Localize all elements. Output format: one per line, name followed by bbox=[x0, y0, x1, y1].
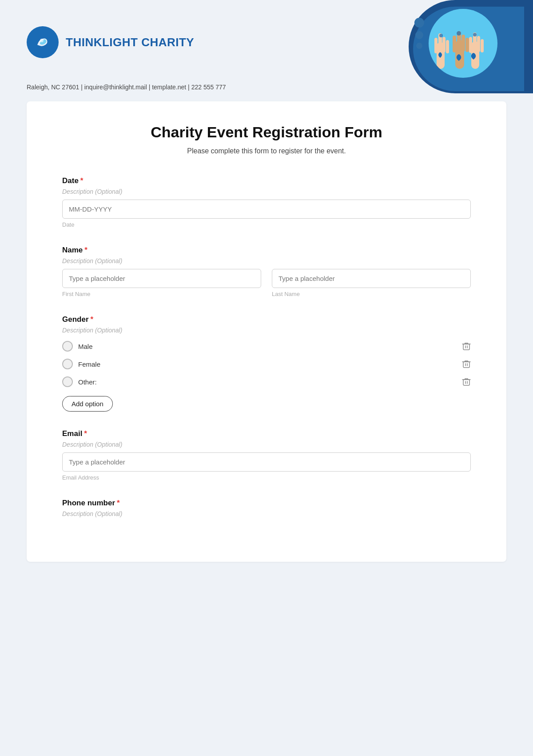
gender-field-section: Gender* Description (Optional) Male bbox=[62, 315, 471, 412]
add-option-button[interactable]: Add option bbox=[62, 396, 113, 412]
first-name-col: First Name bbox=[62, 269, 261, 297]
radio-label-other: Other: bbox=[78, 378, 97, 386]
dots-decoration bbox=[414, 18, 424, 49]
dot-small bbox=[416, 43, 422, 49]
dot-medium bbox=[415, 31, 423, 39]
svg-rect-11 bbox=[465, 38, 469, 52]
date-label: Date* bbox=[62, 176, 471, 185]
svg-point-1 bbox=[40, 39, 44, 42]
radio-circle-female[interactable] bbox=[62, 359, 73, 369]
email-label: Email* bbox=[62, 429, 471, 438]
radio-circle-male[interactable] bbox=[62, 341, 73, 352]
last-name-input[interactable] bbox=[272, 269, 471, 288]
date-hint: Date bbox=[62, 221, 471, 228]
date-description: Description (Optional) bbox=[62, 188, 471, 195]
name-label: Name* bbox=[62, 246, 471, 255]
logo-icon bbox=[31, 31, 54, 54]
last-name-col: Last Name bbox=[272, 269, 471, 297]
radio-left-other: Other: bbox=[62, 376, 97, 387]
email-hint: Email Address bbox=[62, 474, 471, 481]
form-subtitle: Please complete this form to register fo… bbox=[62, 147, 471, 155]
radio-label-male: Male bbox=[78, 343, 93, 350]
radio-label-female: Female bbox=[78, 360, 100, 368]
required-star: * bbox=[80, 176, 84, 185]
required-star-name: * bbox=[84, 246, 88, 254]
dot-large bbox=[414, 18, 424, 28]
main-content: Charity Event Registration Form Please c… bbox=[27, 101, 506, 562]
last-name-hint: Last Name bbox=[272, 291, 471, 297]
name-row: First Name Last Name bbox=[62, 269, 471, 297]
header-image-circle bbox=[429, 9, 497, 78]
delete-icon-other[interactable] bbox=[462, 377, 471, 387]
radio-option-male: Male bbox=[62, 338, 471, 354]
svg-rect-6 bbox=[446, 40, 449, 53]
svg-rect-22 bbox=[463, 380, 469, 385]
svg-point-17 bbox=[439, 34, 443, 37]
radio-option-other: Other: bbox=[62, 374, 471, 390]
gender-description: Description (Optional) bbox=[62, 327, 471, 334]
phone-description: Description (Optional) bbox=[62, 510, 471, 517]
svg-rect-14 bbox=[469, 37, 472, 53]
logo-circle bbox=[27, 26, 59, 58]
email-description: Description (Optional) bbox=[62, 441, 471, 448]
svg-rect-15 bbox=[477, 36, 480, 52]
phone-field-section: Phone number* Description (Optional) bbox=[62, 499, 471, 517]
org-name: THINKLIGHT CHARITY bbox=[66, 36, 194, 49]
radio-left-male: Male bbox=[62, 341, 93, 352]
date-input[interactable] bbox=[62, 200, 471, 219]
svg-rect-20 bbox=[463, 344, 469, 350]
page-wrapper: THINKLIGHT CHARITY bbox=[0, 0, 533, 562]
delete-icon-male[interactable] bbox=[462, 341, 471, 351]
gender-label: Gender* bbox=[62, 315, 471, 324]
name-field-section: Name* Description (Optional) First Name … bbox=[62, 246, 471, 297]
svg-rect-10 bbox=[461, 35, 465, 52]
first-name-hint: First Name bbox=[62, 291, 261, 297]
radio-circle-other[interactable] bbox=[62, 376, 73, 387]
add-option-label: Add option bbox=[72, 400, 103, 408]
contact-info: Raleigh, NC 27601 | inquire@thinklight.m… bbox=[27, 84, 226, 91]
date-field-section: Date* Description (Optional) Date bbox=[62, 176, 471, 228]
header-left: THINKLIGHT CHARITY bbox=[27, 26, 194, 58]
svg-rect-5 bbox=[442, 37, 445, 52]
email-field-section: Email* Description (Optional) Email Addr… bbox=[62, 429, 471, 481]
name-description: Description (Optional) bbox=[62, 257, 471, 264]
first-name-input[interactable] bbox=[62, 269, 261, 288]
phone-label: Phone number* bbox=[62, 499, 471, 508]
header: THINKLIGHT CHARITY bbox=[0, 0, 533, 80]
header-decoration bbox=[382, 13, 506, 71]
svg-rect-21 bbox=[463, 362, 469, 368]
svg-point-18 bbox=[457, 31, 461, 36]
radio-option-female: Female bbox=[62, 356, 471, 372]
required-star-phone: * bbox=[117, 499, 120, 507]
svg-rect-9 bbox=[453, 36, 456, 52]
radio-left-female: Female bbox=[62, 359, 100, 369]
svg-rect-16 bbox=[481, 39, 484, 52]
svg-rect-4 bbox=[434, 38, 438, 53]
required-star-gender: * bbox=[91, 315, 94, 324]
email-input[interactable] bbox=[62, 452, 471, 472]
required-star-email: * bbox=[84, 429, 87, 438]
delete-icon-female[interactable] bbox=[462, 359, 471, 369]
svg-point-19 bbox=[473, 33, 477, 36]
form-title: Charity Event Registration Form bbox=[62, 124, 471, 141]
